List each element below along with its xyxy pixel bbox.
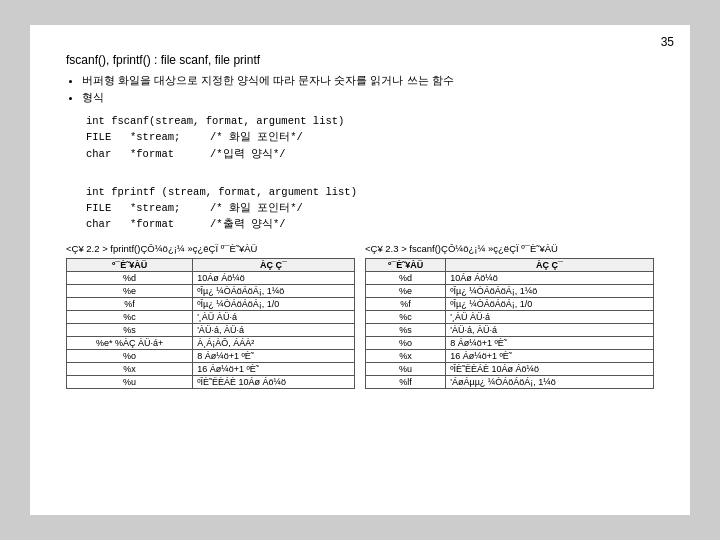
table-row: %d10Áø Áö¼ö — [67, 271, 355, 284]
table-row: %c'¸ÀÜ ÀÜ·á — [366, 310, 654, 323]
left-col2-header: ÀÇ Ç¯ — [193, 258, 355, 271]
table-cell: 10Áø Áö¼ö — [193, 271, 355, 284]
left-table-container: <Ç¥ 2.2 > fprintf()ÇÔ¼ö¿¡¼ »ç¿ëÇÏ º¯È˜¥À… — [66, 243, 355, 389]
table-cell: %d — [67, 271, 193, 284]
table-row: %e* %ÀÇ ÀÜ·á+À¸Á¡ÀÔ, ÁÁÀ² — [67, 336, 355, 349]
fscanf-line3: char *format /*입력 양식*/ — [86, 146, 654, 162]
table-cell: %e* %ÀÇ ÀÜ·á+ — [67, 336, 193, 349]
left-table-header: º¯È˜¥ÀÜ ÀÇ Ç¯ — [67, 258, 355, 271]
table-row: %x16 Áø¼ö+1 ºÈ˜ — [67, 362, 355, 375]
table-cell: 8 Áø¼ö+1 ºÈ˜ — [446, 336, 654, 349]
table-cell: %s — [366, 323, 446, 336]
table-cell: %f — [366, 297, 446, 310]
table-row: %x16 Áø¼ö+1 ºÈ˜ — [366, 349, 654, 362]
table-cell: %f — [67, 297, 193, 310]
table-cell: 16 Áø¼ö+1 ºÈ˜ — [193, 362, 355, 375]
table-cell: ºÎÈ˜ËÈÁÈ 10Áø Áö¼ö — [446, 362, 654, 375]
table-cell: 8 Áø¼ö+1 ºÈ˜ — [193, 349, 355, 362]
table-cell: %u — [67, 375, 193, 388]
fprintf-line2: FILE *stream; /* 화일 포인터*/ — [86, 200, 654, 216]
table-cell: ºÎµ¿ ¼ÒÁöÁöÁ¡, 1¼ö — [193, 284, 355, 297]
table-cell: %e — [366, 284, 446, 297]
table-row: %s'ÀÜ·á, ÀÜ·á — [67, 323, 355, 336]
fscanf-line1: int fscanf(stream, format, argument list… — [86, 113, 654, 129]
table-row: %uºÎÈ˜ËÈÁÈ 10Áø Áö¼ö — [366, 362, 654, 375]
table-row: %fºÎµ¿ ¼ÒÁöÁöÁ¡, 1/0 — [366, 297, 654, 310]
table-row: %lf'ÁøÁµµ¿ ¼ÒÁöÁöÁ¡, 1¼ö — [366, 375, 654, 388]
left-table: º¯È˜¥ÀÜ ÀÇ Ç¯ %d10Áø Áö¼ö%eºÎµ¿ ¼ÒÁöÁöÁ¡… — [66, 258, 355, 389]
right-col1-header: º¯È˜¥ÀÜ — [366, 258, 446, 271]
slide: 35 fscanf(), fprintf() : file scanf, fil… — [30, 25, 690, 515]
table-row: %fºÎµ¿ ¼ÒÁöÁöÁ¡, 1/0 — [67, 297, 355, 310]
slide-title: fscanf(), fprintf() : file scanf, file p… — [66, 53, 654, 67]
right-table: º¯È˜¥ÀÜ ÀÇ Ç¯ %d10Áø Áö¼ö%eºÎµ¿ ¼ÒÁöÁöÁ¡… — [365, 258, 654, 389]
table-cell: %o — [366, 336, 446, 349]
right-table-container: <Ç¥ 2.3 > fscanf()ÇÔ¼ö¿¡¼ »ç¿ëÇÏ º¯È˜¥ÀÜ… — [365, 243, 654, 389]
fprintf-line3: char *format /*출력 양식*/ — [86, 216, 654, 232]
table-cell: ºÎÈ˜ËÈÁÈ 10Áø Áö¼ö — [193, 375, 355, 388]
table-cell: %e — [67, 284, 193, 297]
table-row: %uºÎÈ˜ËÈÁÈ 10Áø Áö¼ö — [67, 375, 355, 388]
table-row: %c'¸ÀÜ ÀÜ·á — [67, 310, 355, 323]
table-cell: ºÎµ¿ ¼ÒÁöÁöÁ¡, 1/0 — [446, 297, 654, 310]
tables-section: <Ç¥ 2.2 > fprintf()ÇÔ¼ö¿¡¼ »ç¿ëÇÏ º¯È˜¥À… — [66, 243, 654, 389]
table-cell: %u — [366, 362, 446, 375]
table-cell: 'ÀÜ·á, ÀÜ·á — [446, 323, 654, 336]
bullet-1: 버퍼형 화일을 대상으로 지정한 양식에 따라 문자나 숫자를 읽거나 쓰는 함… — [82, 73, 654, 88]
left-table-title: <Ç¥ 2.2 > fprintf()ÇÔ¼ö¿¡¼ »ç¿ëÇÏ º¯È˜¥À… — [66, 243, 355, 254]
table-cell: %d — [366, 271, 446, 284]
table-cell: %c — [67, 310, 193, 323]
table-cell: '¸ÀÜ ÀÜ·á — [446, 310, 654, 323]
table-cell: 10Áø Áö¼ö — [446, 271, 654, 284]
table-cell: 16 Áø¼ö+1 ºÈ˜ — [446, 349, 654, 362]
table-cell: '¸ÀÜ ÀÜ·á — [193, 310, 355, 323]
table-row: %eºÎµ¿ ¼ÒÁöÁöÁ¡, 1¼ö — [67, 284, 355, 297]
left-col1-header: º¯È˜¥ÀÜ — [67, 258, 193, 271]
table-cell: %c — [366, 310, 446, 323]
table-cell: 'ÀÜ·á, ÀÜ·á — [193, 323, 355, 336]
table-cell: À¸Á¡ÀÔ, ÁÁÀ² — [193, 336, 355, 349]
table-cell: %lf — [366, 375, 446, 388]
table-cell: %x — [67, 362, 193, 375]
fscanf-line2: FILE *stream; /* 화일 포인터*/ — [86, 129, 654, 145]
fprintf-proto: int fprintf (stream, format, argument li… — [86, 184, 654, 233]
table-cell: %x — [366, 349, 446, 362]
bullet-list: 버퍼형 화일을 대상으로 지정한 양식에 따라 문자나 숫자를 읽거나 쓰는 함… — [82, 73, 654, 105]
right-table-header: º¯È˜¥ÀÜ ÀÇ Ç¯ — [366, 258, 654, 271]
table-row: %o8 Áø¼ö+1 ºÈ˜ — [366, 336, 654, 349]
table-cell: %s — [67, 323, 193, 336]
fscanf-proto: int fscanf(stream, format, argument list… — [86, 113, 654, 162]
page-number: 35 — [661, 35, 674, 49]
fprintf-line1: int fprintf (stream, format, argument li… — [86, 184, 654, 200]
table-row: %s'ÀÜ·á, ÀÜ·á — [366, 323, 654, 336]
table-cell: ºÎµ¿ ¼ÒÁöÁöÁ¡, 1¼ö — [446, 284, 654, 297]
table-row: %o8 Áø¼ö+1 ºÈ˜ — [67, 349, 355, 362]
table-row: %eºÎµ¿ ¼ÒÁöÁöÁ¡, 1¼ö — [366, 284, 654, 297]
table-cell: %o — [67, 349, 193, 362]
table-cell: 'ÁøÁµµ¿ ¼ÒÁöÁöÁ¡, 1¼ö — [446, 375, 654, 388]
bullet-2: 형식 — [82, 90, 654, 105]
right-col2-header: ÀÇ Ç¯ — [446, 258, 654, 271]
table-cell: ºÎµ¿ ¼ÒÁöÁöÁ¡, 1/0 — [193, 297, 355, 310]
table-row: %d10Áø Áö¼ö — [366, 271, 654, 284]
right-table-title: <Ç¥ 2.3 > fscanf()ÇÔ¼ö¿¡¼ »ç¿ëÇÏ º¯È˜¥ÀÜ — [365, 243, 654, 254]
